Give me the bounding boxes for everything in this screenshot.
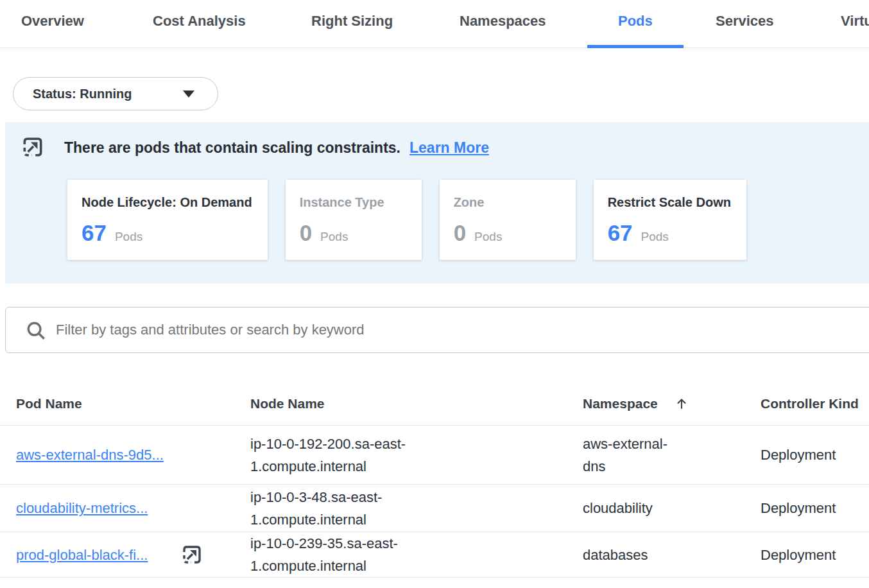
- scaling-constraint-icon: [181, 543, 203, 566]
- node-name-cell: ip-10-0-239-35.sa-east-1.compute.interna…: [250, 532, 422, 577]
- tab-namespaces[interactable]: Namespaces: [460, 13, 546, 30]
- card-unit: Pods: [641, 230, 669, 244]
- tab-bar: Overview Cost Analysis Right Sizing Name…: [0, 0, 869, 48]
- tab-right-sizing[interactable]: Right Sizing: [311, 13, 393, 30]
- pod-name-link[interactable]: cloudability-metrics...: [16, 497, 148, 519]
- banner-message: There are pods that contain scaling cons…: [64, 139, 489, 157]
- table-row: aws-external-dns-9d5... ip-10-0-192-200.…: [0, 425, 869, 484]
- status-filter-label: Status: Running: [33, 87, 132, 101]
- pod-name-link[interactable]: prod-global-black-fi...: [16, 544, 148, 566]
- tab-services[interactable]: Services: [716, 13, 774, 30]
- scaling-constraints-banner: There are pods that contain scaling cons…: [5, 122, 869, 284]
- card-unit: Pods: [320, 230, 348, 244]
- scale-out-icon: [21, 135, 44, 159]
- card-value: 0: [454, 220, 466, 246]
- column-header-label: Controller Kind: [761, 396, 859, 411]
- active-tab-indicator: [587, 45, 684, 48]
- search-icon: [25, 320, 47, 344]
- controller-kind-cell: Deployment: [761, 444, 869, 466]
- card-value: 0: [300, 220, 312, 246]
- card-title: Node Lifecycle: On Demand: [82, 195, 252, 210]
- column-header-label: Namespace: [583, 396, 658, 411]
- node-name-cell: ip-10-0-192-200.sa-east-1.compute.intern…: [250, 433, 422, 478]
- card-title: Zone: [454, 195, 560, 210]
- column-header-label: Node Name: [250, 396, 325, 411]
- card-restrict-scale-down[interactable]: Restrict Scale Down 67 Pods: [594, 180, 746, 260]
- table-body: aws-external-dns-9d5... ip-10-0-192-200.…: [0, 425, 869, 578]
- controller-kind-cell: Deployment: [761, 497, 869, 519]
- tab-overview[interactable]: Overview: [21, 13, 84, 30]
- card-unit: Pods: [474, 230, 502, 244]
- namespace-cell: cloudability: [583, 497, 680, 519]
- card-title: Restrict Scale Down: [608, 195, 731, 210]
- status-filter-dropdown[interactable]: Status: Running: [13, 77, 218, 110]
- node-name-cell: ip-10-0-3-48.sa-east-1.compute.internal: [250, 486, 422, 531]
- learn-more-link[interactable]: Learn More: [409, 139, 489, 156]
- namespace-cell: databases: [583, 544, 680, 566]
- card-value: 67: [608, 220, 633, 246]
- table-row: prod-global-black-fi... ip-10-0-239-35.s…: [0, 532, 869, 578]
- pods-table: Pod Name Node Name Namespace Controller …: [0, 382, 869, 578]
- pods-page: Overview Cost Analysis Right Sizing Name…: [0, 0, 869, 588]
- card-title: Instance Type: [300, 195, 406, 210]
- column-header-namespace[interactable]: Namespace: [583, 396, 761, 411]
- card-instance-type[interactable]: Instance Type 0 Pods: [286, 180, 422, 260]
- pod-name-link[interactable]: aws-external-dns-9d5...: [16, 444, 164, 466]
- namespace-cell: aws-external-dns: [583, 433, 680, 478]
- table-header-row: Pod Name Node Name Namespace Controller …: [0, 382, 869, 425]
- card-unit: Pods: [115, 230, 142, 244]
- tab-virtual[interactable]: Virtu: [841, 13, 869, 30]
- card-node-lifecycle[interactable]: Node Lifecycle: On Demand 67 Pods: [67, 180, 268, 260]
- banner-message-text: There are pods that contain scaling cons…: [64, 139, 400, 156]
- column-header-controller-kind[interactable]: Controller Kind: [761, 396, 869, 411]
- tab-cost-analysis[interactable]: Cost Analysis: [153, 13, 246, 30]
- search-input[interactable]: [56, 307, 826, 352]
- column-header-node-name[interactable]: Node Name: [250, 396, 583, 411]
- sort-ascending-icon: [675, 397, 689, 411]
- controller-kind-cell: Deployment: [761, 544, 869, 566]
- column-header-label: Pod Name: [16, 396, 82, 411]
- filter-search-bar: [5, 307, 869, 353]
- column-header-pod-name[interactable]: Pod Name: [16, 396, 250, 411]
- chevron-down-icon: [183, 91, 194, 98]
- table-row: cloudability-metrics... ip-10-0-3-48.sa-…: [0, 484, 869, 532]
- constraint-cards: Node Lifecycle: On Demand 67 Pods Instan…: [67, 180, 746, 260]
- tab-pods[interactable]: Pods: [618, 13, 653, 30]
- card-value: 67: [82, 220, 107, 246]
- card-zone[interactable]: Zone 0 Pods: [440, 180, 576, 260]
